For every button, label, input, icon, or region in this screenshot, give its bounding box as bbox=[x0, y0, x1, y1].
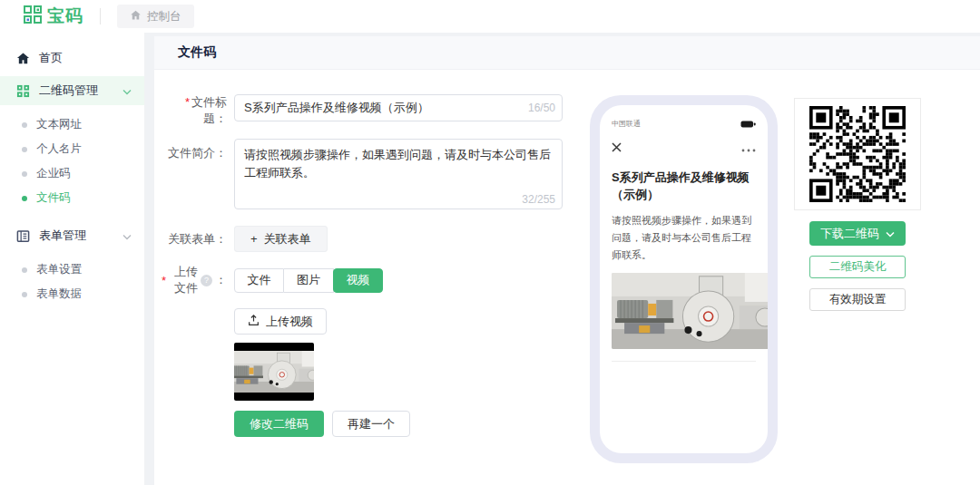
add-related-form-button[interactable]: + 关联表单 bbox=[234, 226, 328, 252]
qr-code bbox=[794, 98, 921, 210]
carrier-label: 中国联通 bbox=[612, 119, 641, 129]
sidebar-item-label: 表单设置 bbox=[36, 262, 82, 277]
spacer bbox=[162, 335, 234, 401]
bullet-dot-icon bbox=[22, 171, 27, 177]
logo-qr-icon bbox=[24, 5, 42, 27]
sidebar-item-personal-card[interactable]: 个人名片 bbox=[0, 137, 144, 161]
qr-grid-icon bbox=[16, 84, 30, 98]
preview-description: 请按照视频步骤操作，如果遇到问题，请及时与本公司售后工程师联系。 bbox=[612, 212, 756, 265]
form-actions: 修改二维码 再建一个 bbox=[234, 411, 410, 437]
sidebar-item-text-url[interactable]: 文本网址 bbox=[0, 112, 144, 137]
console-tab-label: 控制台 bbox=[147, 9, 181, 24]
bullet-dot-icon bbox=[22, 147, 27, 152]
related-form-label: 关联表单： bbox=[162, 231, 234, 247]
more-dots-icon[interactable] bbox=[741, 140, 756, 156]
qr-panel: 下载二维码 二维码美化 有效期设置 bbox=[794, 98, 921, 311]
desc-textarea[interactable]: 请按照视频步骤操作，如果遇到问题，请及时与本公司售后工程师联系。 bbox=[234, 139, 563, 209]
validity-settings-button[interactable]: 有效期设置 bbox=[809, 288, 906, 311]
save-qr-button[interactable]: 修改二维码 bbox=[234, 411, 324, 437]
download-qr-button[interactable]: 下载二维码 bbox=[809, 221, 906, 246]
sidebar-item-label: 表单数据 bbox=[36, 286, 82, 302]
chevron-down-icon bbox=[886, 227, 895, 240]
logo[interactable]: 宝码 bbox=[24, 5, 83, 28]
page-title: 文件码 bbox=[178, 44, 216, 61]
file-code-card: 文件码 *文件标题： 16/50 文件简介： bbox=[154, 36, 980, 485]
preview-video-frame[interactable] bbox=[612, 273, 768, 349]
plus-icon: + bbox=[250, 232, 258, 246]
upload-icon bbox=[248, 315, 260, 329]
bullet-dot-icon bbox=[22, 122, 27, 128]
beautify-qr-button[interactable]: 二维码美化 bbox=[809, 256, 906, 278]
upload-video-button[interactable]: 上传视频 bbox=[234, 308, 327, 335]
sidebar-item-company-code[interactable]: 企业码 bbox=[0, 161, 144, 186]
tab-console[interactable]: 控制台 bbox=[117, 5, 194, 28]
title-field-label: *文件标题： bbox=[162, 94, 234, 127]
form-icon bbox=[16, 229, 30, 243]
sidebar-item-label: 个人名片 bbox=[36, 141, 82, 157]
preview-divider bbox=[612, 361, 756, 362]
spacer bbox=[162, 401, 234, 437]
desc-textarea-wrap: 请按照视频步骤操作，如果遇到问题，请及时与本公司售后工程师联系。 32/255 bbox=[234, 139, 563, 213]
sidebar-item-form-settings[interactable]: 表单设置 bbox=[0, 257, 144, 282]
battery-icon bbox=[740, 115, 756, 131]
create-another-button[interactable]: 再建一个 bbox=[332, 411, 410, 437]
sidebar-group-label: 二维码管理 bbox=[39, 82, 98, 99]
title-input-wrap: 16/50 bbox=[234, 94, 563, 127]
video-thumbnail[interactable] bbox=[234, 343, 314, 401]
home-icon bbox=[16, 52, 30, 65]
sidebar-item-label: 企业码 bbox=[36, 166, 71, 181]
bullet-dot-icon bbox=[22, 292, 27, 297]
phone-status-bar: 中国联通 bbox=[612, 115, 756, 131]
sidebar-group-label: 表单管理 bbox=[39, 228, 86, 244]
sidebar: 首页 二维码管理 文本网址 bbox=[0, 33, 145, 485]
desc-char-counter: 32/255 bbox=[522, 193, 555, 206]
topbar: 宝码 控制台 bbox=[0, 0, 980, 33]
logo-text: 宝码 bbox=[47, 5, 83, 28]
content-area: 文件码 *文件标题： 16/50 文件简介： bbox=[145, 33, 980, 485]
title-char-counter: 16/50 bbox=[528, 102, 555, 114]
phone-preview: 中国联通 S系列 bbox=[590, 95, 778, 463]
phone-screen: 中国联通 S系列 bbox=[600, 105, 768, 453]
sidebar-item-file-code[interactable]: 文件码 bbox=[0, 186, 144, 210]
card-header: 文件码 bbox=[154, 36, 980, 70]
upload-type-tabs: 文件 图片 视频 bbox=[234, 268, 383, 293]
sidebar-item-home[interactable]: 首页 bbox=[0, 44, 144, 73]
desc-field-label: 文件简介： bbox=[162, 127, 234, 213]
sidebar-item-label: 文件码 bbox=[36, 190, 71, 206]
sidebar-item-label: 首页 bbox=[39, 50, 63, 66]
required-mark: * bbox=[185, 95, 190, 109]
preview-title: S系列产品操作及维修视频（示例） bbox=[612, 170, 756, 204]
sidebar-item-label: 文本网址 bbox=[36, 117, 82, 132]
close-icon[interactable] bbox=[612, 140, 622, 156]
app-window: 宝码 控制台 首页 bbox=[0, 0, 980, 485]
file-code-form: *文件标题： 16/50 文件简介： 请按照视频步骤操作，如果遇到问题，请及时与… bbox=[162, 94, 588, 437]
info-icon[interactable]: ? bbox=[201, 275, 212, 286]
topbar-divider bbox=[100, 8, 101, 24]
chevron-down-icon bbox=[122, 229, 132, 243]
upload-file-label: * 上传文件 ? ： bbox=[162, 264, 234, 296]
chevron-down-icon bbox=[122, 84, 132, 98]
tab-file[interactable]: 文件 bbox=[234, 268, 284, 293]
sidebar-group-form-management[interactable]: 表单管理 bbox=[0, 221, 144, 250]
phone-nav-bar bbox=[612, 140, 756, 156]
title-input[interactable] bbox=[234, 94, 563, 121]
tab-video[interactable]: 视频 bbox=[333, 268, 383, 293]
bullet-dot-icon bbox=[22, 196, 27, 201]
home-icon bbox=[130, 9, 142, 24]
tab-image[interactable]: 图片 bbox=[284, 268, 334, 293]
sidebar-group-qr-management[interactable]: 二维码管理 bbox=[0, 76, 144, 105]
sidebar-item-form-data[interactable]: 表单数据 bbox=[0, 282, 144, 306]
bullet-dot-icon bbox=[22, 267, 27, 273]
required-mark: * bbox=[162, 274, 166, 287]
spacer bbox=[162, 308, 234, 335]
